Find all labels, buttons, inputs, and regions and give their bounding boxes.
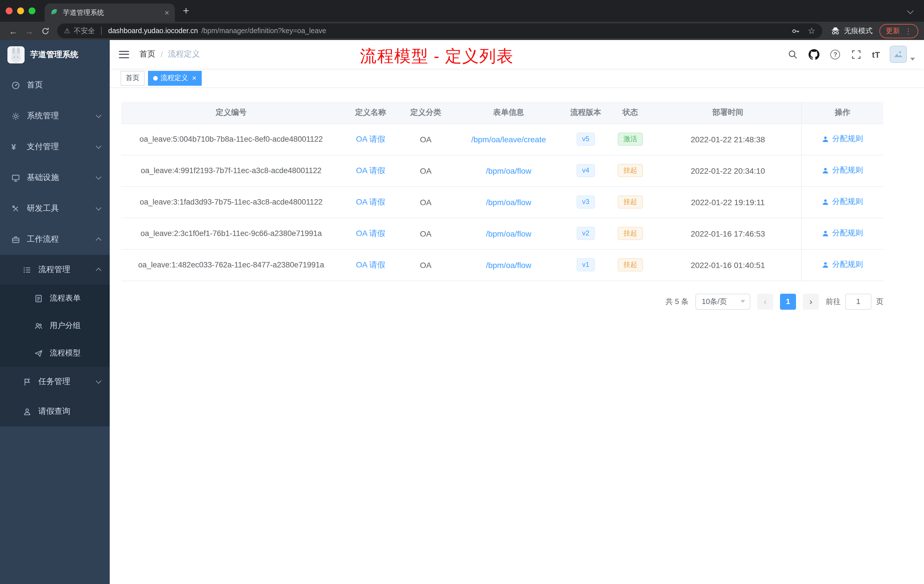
sidebar-logo-row: 芋道管理系统 [0,40,110,70]
help-icon[interactable]: ? [830,49,841,60]
goto-prefix-label: 前往 [826,296,841,307]
send-icon [34,349,43,358]
deploy-time-cell: 2022-01-22 19:19:11 [655,186,801,218]
sidebar-item-leave-query[interactable]: 请假查询 [0,397,110,426]
form-cell: /bpm/oa/flow [451,186,566,218]
assign-rule-link[interactable]: 分配规则 [822,260,863,270]
font-size-icon[interactable]: tT [872,49,880,59]
sidebar-item-home[interactable]: 首页 [0,70,110,101]
sidebar-item-process-management[interactable]: 流程管理 [0,255,110,285]
chevron-up-icon [96,268,101,274]
sidebar-item-infrastructure[interactable]: 基础设施 [0,162,110,193]
fullscreen-icon[interactable] [851,49,862,60]
sidebar-item-label: 流程管理 [38,265,70,275]
form-cell: /bpm/oa/flow [451,218,566,249]
search-icon[interactable] [787,49,799,60]
table-row: oa_leave:4:991f2193-7b7f-11ec-a3c8-acde4… [121,155,883,186]
form-link[interactable]: /bpm/oa/leave/create [471,135,546,144]
window-controls [6,7,35,14]
yen-icon: ¥ [12,143,21,151]
tag-close-icon[interactable]: × [192,74,196,82]
breadcrumb-home[interactable]: 首页 [139,49,155,59]
sidebar-item-label: 用户分组 [50,320,81,331]
sidebar-item-dev-tools[interactable]: 研发工具 [0,193,110,224]
sidebar-item-process-model[interactable]: 流程模型 [0,340,110,367]
form-link[interactable]: /bpm/oa/flow [486,229,531,238]
sidebar-item-payment[interactable]: ¥支付管理 [0,132,110,162]
sidebar-item-label: 首页 [27,80,43,90]
next-page-button[interactable]: › [803,294,819,309]
definition-category-cell: OA [400,249,451,280]
browser-titlebar: 芋道管理系统 × + [0,0,924,22]
definition-name-link[interactable]: OA 请假 [356,134,385,143]
table-row: oa_leave:2:3c1f0ef1-76b1-11ec-9c66-a2380… [121,218,883,249]
hamburger-icon[interactable] [119,51,129,58]
caret-down-icon [910,58,915,61]
column-header-category: 定义分类 [400,102,451,124]
definition-category-cell: OA [400,218,451,249]
user-blue-icon [822,167,830,174]
status-cell: 激活 [606,124,655,155]
tags-bar: 首页流程定义× [110,69,924,88]
form-link[interactable]: /bpm/oa/flow [486,198,531,206]
pagination: 共 5 条 10条/页 ‹ 1 › 前往 页 [121,294,883,309]
deploy-time-cell: 2022-01-16 17:46:53 [655,218,801,249]
github-icon[interactable] [808,49,820,60]
sidebar-item-user-group[interactable]: 用户分组 [0,312,110,340]
prev-page-button[interactable]: ‹ [757,294,773,309]
chevron-down-icon [96,174,101,180]
goto-page-input[interactable] [845,294,871,309]
sidebar-item-process-form[interactable]: 流程表单 [0,285,110,312]
deploy-time-cell: 2022-01-22 20:34:10 [655,155,801,186]
sidebar-item-label: 基础设施 [27,173,59,183]
form-link[interactable]: /bpm/oa/flow [486,166,531,175]
breadcrumb: 首页 / 流程定义 [139,49,200,59]
sidebar-item-system[interactable]: 系统管理 [0,101,110,132]
window-zoom-button[interactable] [28,7,35,14]
browser-menu-icon[interactable]: ⋮ [904,27,912,35]
address-bar[interactable]: ⚠ 不安全 dashboard.yudao.iocoder.cn/bpm/man… [57,23,822,38]
tag-home[interactable]: 首页 [120,71,145,86]
main-area: 首页 / 流程定义 流程模型 - 定义列表 ? tT [110,40,924,584]
definition-name-link[interactable]: OA 请假 [356,165,385,175]
current-page-button[interactable]: 1 [780,294,796,309]
form-link[interactable]: /bpm/oa/flow [486,260,531,269]
task-icon [23,378,32,386]
back-button[interactable]: ← [6,23,21,38]
sidebar-item-workflow[interactable]: 工作流程 [0,224,110,255]
table-header-row: 定义编号定义名称定义分类表单信息流程版本状态部署时间操作 [121,102,883,124]
chevron-down-icon[interactable] [907,8,914,14]
actions-cell: 分配规则 [801,155,883,186]
refresh-button[interactable] [38,23,53,38]
password-key-icon[interactable] [791,26,800,35]
assign-rule-link[interactable]: 分配规则 [822,197,863,207]
assign-rule-link[interactable]: 分配规则 [822,228,863,239]
window-minimize-button[interactable] [17,7,24,14]
form-cell: /bpm/oa/flow [451,249,566,280]
tag-process-definition[interactable]: 流程定义× [148,71,201,86]
forward-button[interactable]: → [22,23,36,38]
new-tab-button[interactable]: + [183,5,189,17]
assign-rule-link[interactable]: 分配规则 [822,134,863,144]
tab-close-icon[interactable]: × [165,8,169,16]
update-button[interactable]: 更新 ⋮ [879,24,918,38]
status-tag: 挂起 [618,196,643,209]
goto-suffix-label: 页 [876,296,883,307]
page-size-select[interactable]: 10条/页 [695,294,750,309]
definition-name-link[interactable]: OA 请假 [356,228,385,238]
browser-tab[interactable]: 芋道管理系统 × [45,3,175,22]
version-cell: v1 [566,249,606,280]
navbar-actions: ? tT [787,46,915,63]
top-navbar: 首页 / 流程定义 流程模型 - 定义列表 ? tT [110,40,924,69]
sidebar-item-task-management[interactable]: 任务管理 [0,367,110,397]
definition-name-link[interactable]: OA 请假 [356,197,385,206]
breadcrumb-current: 流程定义 [168,49,200,59]
person-icon [23,407,32,416]
window-close-button[interactable] [6,7,13,14]
definition-name-link[interactable]: OA 请假 [356,260,385,269]
user-avatar-menu[interactable] [890,46,915,63]
assign-rule-link[interactable]: 分配规则 [822,165,863,176]
incognito-badge: 无痕模式 [830,26,873,36]
definition-id-cell: oa_leave:1:482ec033-762a-11ec-8477-a2380… [121,249,341,280]
bookmark-star-icon[interactable]: ☆ [808,26,815,36]
